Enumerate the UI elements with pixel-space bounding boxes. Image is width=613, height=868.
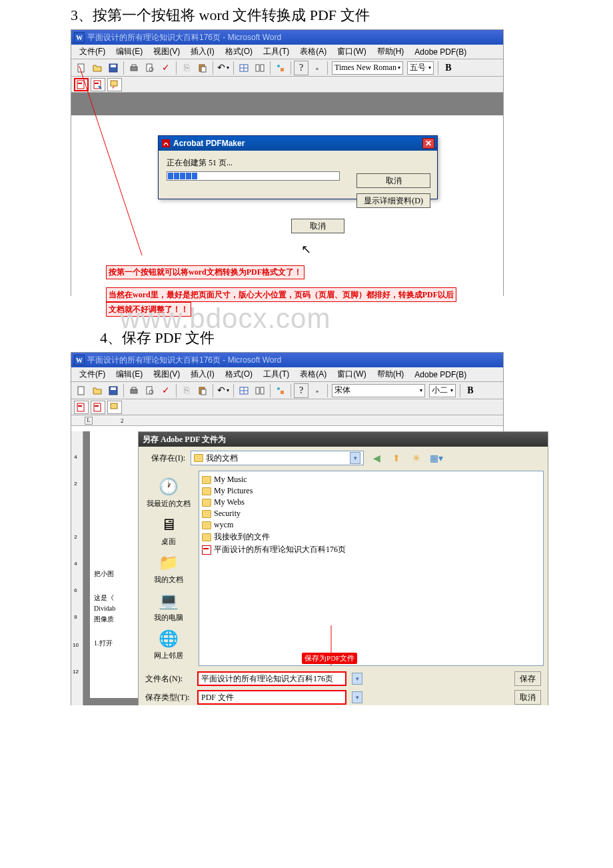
more-icon[interactable]: » [310, 61, 324, 75]
columns-icon[interactable] [253, 61, 267, 75]
paste-icon[interactable] [195, 61, 210, 75]
bold-button[interactable]: B [463, 383, 478, 398]
menu-adobe-pdf[interactable]: Adobe PDF(B) [409, 46, 472, 58]
open-icon[interactable] [90, 383, 105, 398]
menu-window[interactable]: 窗口(W) [332, 45, 371, 59]
paste-icon[interactable] [195, 383, 210, 398]
spell-icon[interactable]: ✓ [159, 61, 173, 75]
open-icon[interactable] [90, 61, 105, 75]
drawing-icon[interactable] [273, 61, 288, 75]
undo-icon[interactable]: ↶▾ [216, 383, 231, 398]
copy-icon[interactable]: ⎘ [179, 61, 194, 75]
table-icon[interactable] [237, 61, 251, 75]
list-item[interactable]: 平面设计的所有理论知识大百科176页 [202, 543, 540, 556]
list-item[interactable]: My Pictures [202, 485, 540, 497]
copy-icon[interactable]: ⎘ [179, 383, 194, 398]
places-documents[interactable]: 📁 我的文档 [153, 551, 185, 586]
font-size-value: 五号 [410, 62, 426, 73]
menu-format[interactable]: 格式(O) [220, 45, 258, 59]
chevron-down-icon[interactable]: ▾ [352, 673, 362, 685]
convert-pdf-button[interactable] [74, 78, 89, 91]
list-item[interactable]: Security [202, 508, 540, 519]
pdf-toolbar [71, 399, 503, 415]
save-icon[interactable] [106, 383, 121, 398]
document-area: 4 2 2 4 6 8 10 12 把小图 这是《 Dividab 图像质 1.… [71, 431, 503, 705]
menu-help[interactable]: 帮助(H) [372, 367, 410, 381]
show-details-button[interactable]: 显示详细资料(D) [356, 193, 430, 208]
menu-table[interactable]: 表格(A) [295, 45, 332, 59]
menu-file[interactable]: 文件(F) [74, 367, 111, 381]
cancel-button[interactable]: 取消 [514, 690, 541, 705]
save-icon[interactable] [106, 61, 121, 75]
more-icon[interactable]: » [310, 383, 324, 398]
preview-icon[interactable] [143, 61, 157, 75]
computer-icon: 💻 [158, 590, 179, 611]
list-item[interactable]: My Webs [202, 497, 540, 508]
convert-pdf-button[interactable] [74, 401, 89, 414]
places-network[interactable]: 🌐 网上邻居 [153, 627, 185, 662]
drawing-icon[interactable] [273, 383, 288, 398]
pdf-btn-3[interactable] [107, 78, 122, 91]
print-icon[interactable] [127, 61, 141, 75]
pdf-btn-3[interactable] [107, 401, 122, 414]
filename-input[interactable]: 平面设计的所有理论知识大百科176页 [197, 671, 346, 686]
pdf-btn-2[interactable] [91, 401, 105, 414]
save-in-dropdown[interactable]: 我的文档 ▾ [191, 451, 364, 465]
cancel-button[interactable]: 取消 [356, 173, 430, 188]
file-list[interactable]: My Music My Pictures My Webs Security wy… [199, 471, 544, 666]
back-button[interactable]: ◀ [369, 451, 384, 465]
list-item[interactable]: 我接收到的文件 [202, 531, 540, 543]
chevron-down-icon[interactable]: ▾ [352, 691, 362, 703]
menu-tools[interactable]: 工具(T) [258, 367, 295, 381]
menu-view[interactable]: 视图(V) [148, 367, 185, 381]
menu-window[interactable]: 窗口(W) [332, 367, 371, 381]
spell-icon[interactable]: ✓ [159, 383, 173, 398]
print-icon[interactable] [127, 383, 141, 398]
filetype-value: PDF 文件 [201, 692, 342, 703]
acrobat-icon [161, 139, 171, 148]
list-item[interactable]: wycm [202, 519, 540, 531]
pdf-btn-2[interactable] [91, 78, 105, 91]
up-button[interactable]: ⬆ [389, 451, 404, 465]
save-button[interactable]: 保存 [514, 671, 541, 686]
new-doc-icon[interactable] [74, 383, 89, 398]
main-toolbar: ✓ ⎘ ↶▾ ? » Times New Roman ▾ 五号 ▾ [71, 59, 503, 77]
menu-insert[interactable]: 插入(I) [185, 367, 219, 381]
filetype-input[interactable]: PDF 文件 [197, 690, 346, 705]
menu-adobe-pdf[interactable]: Adobe PDF(B) [409, 369, 472, 381]
columns-icon[interactable] [253, 383, 267, 398]
views-button[interactable]: ▦▾ [429, 451, 444, 465]
font-name-select[interactable]: Times New Roman ▾ [332, 61, 403, 75]
menu-tools[interactable]: 工具(T) [258, 45, 295, 59]
menu-help[interactable]: 帮助(H) [372, 45, 410, 59]
menu-file[interactable]: 文件(F) [74, 45, 111, 59]
font-size-select[interactable]: 小二 ▾ [429, 384, 456, 397]
center-cancel-button[interactable]: 取消 [291, 219, 344, 233]
undo-icon[interactable]: ↶▾ [216, 61, 231, 75]
menu-insert[interactable]: 插入(I) [185, 45, 219, 59]
chevron-down-icon: ▾ [420, 387, 422, 393]
places-desktop[interactable]: 🖥 桌面 [157, 513, 181, 548]
menu-edit[interactable]: 编辑(E) [111, 367, 148, 381]
close-icon[interactable]: ✕ [422, 138, 434, 149]
list-item[interactable]: My Music [202, 474, 540, 485]
help-icon[interactable]: ? [294, 383, 308, 398]
menu-edit[interactable]: 编辑(E) [111, 45, 148, 59]
new-doc-icon[interactable] [74, 61, 89, 75]
menu-format[interactable]: 格式(O) [220, 367, 258, 381]
chevron-down-icon[interactable]: ▾ [350, 452, 360, 464]
font-size-select[interactable]: 五号 ▾ [407, 61, 434, 75]
table-icon[interactable] [237, 383, 251, 398]
paper-text-3: Dividab [94, 603, 139, 614]
menu-table[interactable]: 表格(A) [295, 367, 332, 381]
bold-button[interactable]: B [441, 61, 456, 75]
svg-rect-41 [94, 403, 101, 411]
preview-icon[interactable] [143, 383, 157, 398]
svg-rect-19 [95, 83, 99, 84]
places-recent[interactable]: 🕐 我最近的文档 [145, 475, 192, 510]
places-computer[interactable]: 💻 我的电脑 [153, 589, 185, 624]
help-icon[interactable]: ? [294, 61, 308, 75]
font-name-select[interactable]: 宋体 ▾ [332, 384, 425, 397]
menu-view[interactable]: 视图(V) [148, 45, 185, 59]
new-folder-button[interactable]: ✳ [409, 451, 424, 465]
